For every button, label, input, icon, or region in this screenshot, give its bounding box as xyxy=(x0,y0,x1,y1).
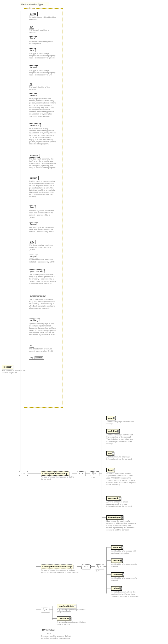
any-label: any xyxy=(30,356,34,359)
elem-note[interactable]: note xyxy=(106,451,114,456)
elem-narrower[interactable]: narrower xyxy=(111,572,124,577)
attr-name: pubconstraint xyxy=(29,270,44,273)
attr-desc: The type of the concept assigned as cont… xyxy=(29,70,56,76)
tail-any-occ: 0..∞ xyxy=(48,632,51,635)
attr-literal: literal A free-text value assigned as pr… xyxy=(29,36,56,45)
elem-definition[interactable]: definition xyxy=(106,429,120,434)
attr-why: why Why the metadata has been included -… xyxy=(29,240,56,251)
tail-any: any ##other xyxy=(41,628,56,632)
main-sequence-compositor xyxy=(19,471,28,476)
root-element[interactable]: located xyxy=(2,365,13,369)
group-concept-relationships[interactable]: ConceptRelationshipsGroup xyxy=(41,564,73,569)
group-concept-definition[interactable]: ConceptDefinitionGroup xyxy=(41,471,69,476)
attr-desc: Indicates by which means the value was e… xyxy=(29,226,56,233)
elem-remoteInfo[interactable]: remoteInfo xyxy=(106,496,121,500)
attr-name: dir xyxy=(29,344,34,348)
attr-dir: dir The directionality of textual conten… xyxy=(29,344,56,352)
def-choice-compositor xyxy=(90,471,99,476)
attr-name: id xyxy=(29,82,33,86)
attr-desc: One or many constraints that apply to pu… xyxy=(29,298,56,309)
elem-POIDetails[interactable]: POIDetails xyxy=(57,616,71,621)
tail-any-desc: Extension point for provider-defined pro… xyxy=(41,635,74,639)
group-label: ConceptDefinitionGroup xyxy=(42,472,68,475)
elem-broader[interactable]: broader xyxy=(111,558,123,563)
any-label: any xyxy=(42,629,46,631)
attr-name: howuri xyxy=(29,222,38,226)
attr-creator: creator If the property value is not def… xyxy=(29,94,56,117)
attr-typeuri: typeuri The type of the concept assigned… xyxy=(29,66,56,76)
attr-desc: A URI which identifies a concept. xyxy=(29,29,56,33)
attr-desc: The type of the concept assigned as cont… xyxy=(29,52,56,59)
attr-name: literal xyxy=(29,36,37,40)
elem-desc: In NAR 1.8 and later, facet is deprecate… xyxy=(106,472,136,486)
attr-how: how Indicates by which means the value w… xyxy=(29,206,56,218)
attr-uri: uri A URI which identifies a concept. xyxy=(29,25,56,33)
root-element-label: located xyxy=(4,366,11,368)
attr-custom: custom If set to true the corresponding … xyxy=(29,176,56,198)
elem-geoAreaDetails[interactable]: geoAreaDetails xyxy=(57,604,76,608)
attr-desc: Why the metadata has been included - exp… xyxy=(29,259,56,263)
attr-desc: A free-text value assigned as property v… xyxy=(29,40,56,45)
attr-name: creator xyxy=(29,94,38,97)
attr-name: xml:lang xyxy=(29,318,40,322)
attr-id: id The local identifier of the property. xyxy=(29,82,56,90)
elem-desc: A natural language definition of the sem… xyxy=(106,434,135,445)
attr-desc: The directionality of textual content (e… xyxy=(29,348,56,352)
attributes-frame-label: attributes xyxy=(26,7,36,10)
attr-desc: The date (and, optionally, the time) whe… xyxy=(29,158,56,169)
elem-desc: A link to an item or a web resource whic… xyxy=(106,501,135,508)
attr-pubconstraint: pubconstraint One or many constraints th… xyxy=(29,270,56,284)
elem-name[interactable]: name xyxy=(106,416,116,420)
attr-name: qcode xyxy=(29,12,38,16)
elem-desc: A group of properties specific to a geop… xyxy=(57,608,88,613)
attr-name: custom xyxy=(29,176,38,180)
rel-choice-compositor xyxy=(95,564,104,569)
rel-sequence-compositor xyxy=(82,564,90,569)
elem-related[interactable]: related xyxy=(111,586,122,590)
attr-desc: One or many constraints that apply to pu… xyxy=(29,274,56,284)
attr-howuri: howuri Indicates by which means the valu… xyxy=(29,222,56,233)
attr-desc: Why the metadata has been included - exp… xyxy=(29,244,56,251)
attr-pubconstrainturi: pubconstrainturi One or many constraints… xyxy=(29,294,56,309)
rel-occ: 0..∞ xyxy=(96,570,100,572)
any-ns: ##other xyxy=(34,356,43,359)
attr-modified: modified The date (and, optionally, the … xyxy=(29,154,56,169)
elem-desc: An identifier of a concept with equivale… xyxy=(111,550,140,554)
elem-desc: A related concept, where the relationshi… xyxy=(111,591,141,598)
geo-poi-choice-compositor xyxy=(41,608,50,612)
type-name: FlexLocationPropType xyxy=(21,3,43,6)
elem-desc: A group of properties specific to a poin… xyxy=(57,621,88,625)
attr-desc: If set to true the corresponding propert… xyxy=(29,180,56,198)
group-desc: A group of properties required to indica… xyxy=(41,569,80,573)
attr-desc: Indicates by which means the value was e… xyxy=(29,210,56,218)
attr-name: creatoruri xyxy=(29,123,41,127)
elem-desc: Represents the position of a concept in … xyxy=(106,520,136,531)
attr-desc: The local identifier of the property. xyxy=(29,86,56,90)
attr-name: how xyxy=(29,206,36,209)
elem-desc: A natural language name for the concept. xyxy=(106,420,135,425)
attr-creatoruri: creatoruri If the attribute is empty, sp… xyxy=(29,123,56,145)
attr-whyuri: whyuri Why the metadata has been include… xyxy=(29,254,56,263)
attr-name: whyuri xyxy=(29,254,38,258)
attr-name: pubconstrainturi xyxy=(29,294,47,298)
elem-desc: An identifier of a more specific concept… xyxy=(111,577,140,581)
attr-desc: A qualified code which identifies a conc… xyxy=(29,16,56,20)
group-label: ConceptRelationshipsGroup xyxy=(42,566,72,568)
type-box: FlexLocationPropType xyxy=(20,2,49,6)
elem-facet[interactable]: facet xyxy=(106,468,115,472)
elem-desc: Additional natural language information … xyxy=(106,456,135,460)
elem-desc: An identifier of a more generic concept. xyxy=(111,563,140,567)
attr-xmllang: xml:lang Specifies the language of this … xyxy=(29,318,56,336)
attr-name: uri xyxy=(29,25,34,29)
elem-hierarchyInfo[interactable]: hierarchyInfo xyxy=(106,516,124,520)
attr-desc: Specifies the language of this property … xyxy=(29,322,56,336)
attr-type: type The type of the concept assigned as… xyxy=(29,48,56,59)
attr-desc: If the attribute is empty, specifies whi… xyxy=(29,128,56,145)
any-ns: ##other xyxy=(46,629,55,631)
group-desc: A group of properties required to define… xyxy=(41,476,77,480)
attr-name: why xyxy=(29,240,36,244)
attr-desc: If the property value is not defined, sp… xyxy=(29,98,56,117)
elem-sameAs[interactable]: sameAs xyxy=(111,545,123,550)
attr-qcode: qcode A qualified code which identifies … xyxy=(29,12,56,20)
attr-any: any ##other xyxy=(29,356,44,360)
